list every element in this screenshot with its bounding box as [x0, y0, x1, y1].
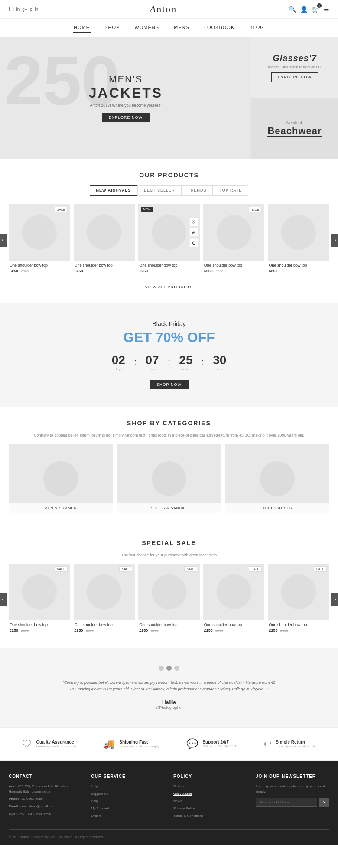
account-icon[interactable]: 👤	[300, 6, 308, 13]
products-row: SALE One shoulder bow top £250 £300 One …	[9, 204, 329, 276]
footer-service-blog[interactable]: Blog	[91, 799, 165, 804]
sale-product-name: One shoulder bow top	[204, 623, 264, 627]
black-friday-section: Black Friday GET 70% OFF 02 days : 07 hr…	[0, 303, 338, 407]
feature-quality-desc: Lorem ipsum is not simply	[36, 744, 76, 748]
sale-product-image: SALE	[9, 564, 70, 620]
footer-policy-terms[interactable]: Terms & Conditions	[173, 813, 247, 819]
tab-new-arrivals[interactable]: NEW ARRIVALS	[90, 185, 138, 196]
category-accessories-label: ACCESSORIES	[225, 503, 329, 513]
pinterest-icon[interactable]: p	[30, 7, 32, 12]
special-sale-title: SPECIAL SALE	[9, 539, 329, 546]
category-shoes-sandal[interactable]: SHOES & SANDAL	[117, 444, 221, 513]
instagram-icon[interactable]: in	[16, 7, 20, 12]
products-prev-button[interactable]: ‹	[0, 234, 7, 247]
products-section: OUR PRODUCTS NEW ARRIVALS BEST SELLER TR…	[0, 159, 338, 303]
search-icon[interactable]: 🔍	[289, 6, 296, 13]
sale-product-card: SALE One shoulder bow top £250 £300	[74, 564, 135, 635]
tab-top-rate[interactable]: TOP RATE	[213, 185, 248, 196]
products-next-button[interactable]: ›	[331, 234, 338, 247]
compare-button[interactable]: ⊕	[189, 228, 198, 237]
category-accessories[interactable]: ACCESSORIES	[225, 444, 329, 513]
category-men-summer[interactable]: MEN & SUMMER	[9, 444, 113, 513]
wishlist-button[interactable]: ♡	[189, 218, 198, 226]
feature-return-desc: Lorem ipsum is not simply	[276, 744, 315, 748]
product-badge-sale: SALE	[249, 207, 262, 212]
nav-shop[interactable]: SHOP	[104, 23, 120, 33]
black-friday-title: GET 70% OFF	[9, 330, 329, 346]
nav-home[interactable]: HOME	[73, 23, 91, 33]
newsletter-submit-button[interactable]: ➤	[319, 798, 329, 807]
testimonial-dot-2[interactable]	[166, 666, 172, 671]
shop-now-button[interactable]: SHOP NOW	[150, 380, 188, 389]
hero-label: MEN'S	[89, 74, 162, 85]
feature-return-title: Simple Return	[276, 740, 315, 744]
hero-content: MEN'S JACKETS Anton 2017! Where you beco…	[89, 74, 162, 122]
countdown-days: 02 days	[112, 354, 125, 371]
countdown-secs: 30 secs	[213, 354, 226, 371]
countdown-mins-num: 25	[179, 354, 192, 366]
hero-glasses-cta[interactable]: EXPLORE NOW	[271, 72, 318, 82]
newsletter-email-input[interactable]	[256, 798, 317, 807]
nav-womens[interactable]: WOMENS	[133, 23, 160, 33]
categories-section: SHOP BY CATEGORIES Contrary to popular b…	[0, 407, 338, 526]
sale-prev-button[interactable]: ‹	[0, 593, 7, 606]
product-name: One shoulder bow top	[10, 263, 69, 268]
countdown-mins: 25 mins	[179, 354, 192, 371]
categories-row: MEN & SUMMER SHOES & SANDAL ACCESSORIES	[9, 444, 329, 513]
footer-service-support[interactable]: Support Us	[91, 791, 165, 796]
linkedin-icon[interactable]: in	[35, 7, 38, 12]
shipping-icon: 🚚	[103, 738, 115, 750]
footer-newsletter-title: JOIN OUR NEWSLETTER	[256, 774, 329, 779]
main-nav: HOME SHOP WOMENS MENS LOOKBOOK BLOG	[0, 19, 338, 37]
testimonial-text: "Contrary to popular belief, Lorem Ipsum…	[61, 679, 277, 693]
footer-service-help[interactable]: Help	[91, 784, 165, 789]
footer-service-orders[interactable]: Orders	[91, 813, 165, 819]
quickview-button[interactable]: ⊙	[189, 238, 198, 247]
countdown-sep-3: :	[201, 356, 204, 368]
footer-policy-news[interactable]: News	[173, 799, 247, 804]
sale-badge: SALE	[314, 566, 327, 572]
twitter-icon[interactable]: t	[13, 7, 14, 12]
footer-policy-returns[interactable]: Returns	[173, 784, 247, 789]
sale-product-price: £250 £300	[75, 628, 134, 633]
feature-shipping-title: Shipping Fast	[119, 740, 159, 744]
sale-next-button[interactable]: ›	[331, 593, 338, 606]
hero-cta-button[interactable]: EXPLORE NOW	[102, 113, 150, 122]
footer-policy-privacy[interactable]: Privacy Policy	[173, 806, 247, 811]
tab-best-seller[interactable]: BEST SELLER	[137, 185, 181, 196]
cart-icon[interactable]: 🛒1	[312, 6, 319, 13]
footer-contact-phone: Phone: 32-9051-9055	[9, 796, 82, 802]
hero-glasses-title: Glasses'7	[273, 53, 317, 63]
sale-product-image: SALE	[203, 564, 265, 620]
testimonial-dot-1[interactable]	[159, 666, 164, 671]
footer-policy-gift[interactable]: Gift voucher	[173, 791, 247, 796]
product-image	[74, 204, 135, 261]
nav-lookbook[interactable]: LOOKBOOK	[203, 23, 235, 33]
nav-mens[interactable]: MENS	[173, 23, 190, 33]
footer-contact-address: Add: #55 220, Cemetery latin literature.…	[9, 784, 82, 794]
products-slider: ‹ SALE One shoulder bow top £250 £300	[9, 204, 329, 276]
hero-title: JACKETS	[89, 85, 162, 101]
countdown-mins-label: mins	[179, 367, 192, 371]
sale-product-card: SALE One shoulder bow top £250 £300	[268, 564, 329, 635]
sale-product-price: £250 £300	[204, 628, 264, 633]
nav-blog[interactable]: BLOG	[248, 23, 265, 33]
tab-trends[interactable]: TRENDS	[181, 185, 213, 196]
product-price: £250	[139, 269, 199, 273]
sale-product-price: £250 £300	[139, 628, 199, 633]
product-actions: ♡ ⊕ ⊙	[189, 218, 198, 247]
site-logo[interactable]: Anton	[150, 3, 177, 15]
product-name: One shoulder bow top	[75, 263, 134, 268]
testimonial-dot-3[interactable]	[174, 666, 179, 671]
google-icon[interactable]: g+	[22, 7, 27, 12]
facebook-icon[interactable]: f	[9, 7, 10, 12]
view-all-link[interactable]: VIEW ALL PRODUCTS	[145, 285, 193, 289]
feature-support-title: Support 24/7	[202, 740, 236, 744]
menu-icon[interactable]: ☰	[324, 6, 329, 13]
special-sale-slider: ‹ SALE One shoulder bow top £250 £300	[9, 564, 329, 635]
hero-main: 250 MEN'S JACKETS Anton 2017! Where you …	[0, 37, 251, 159]
footer-service-title: OUR SERVICE	[91, 774, 165, 779]
hero-beachwear-title: Beachwear	[267, 125, 322, 137]
footer-service-account[interactable]: My Account	[91, 806, 165, 811]
feature-shipping: 🚚 Shipping Fast Lorem ipsum is not simpl…	[103, 738, 159, 750]
